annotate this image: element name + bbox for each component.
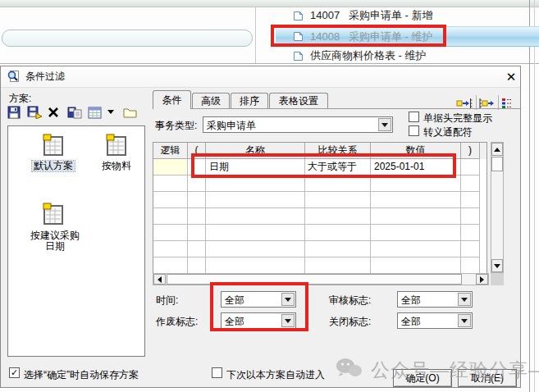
chevron-down-icon[interactable] [458,314,471,327]
menu-item-label: 14007 采购申请单 - 新增 [310,8,433,23]
menu-item-label: 供应商物料价格表 - 维护 [310,48,427,63]
autosave-checkbox[interactable]: ✓ [9,367,20,378]
menu-item-14007[interactable]: 14007 采购申请单 - 新增 [276,6,539,25]
menu-item-14008[interactable]: 14008 采购申请单 - 维护 [276,26,539,47]
cell-logic[interactable] [153,159,188,175]
time-filter-select[interactable]: 全部 [221,291,296,308]
scroll-thumb[interactable] [167,274,462,285]
dialog-titlebar [1,66,520,88]
divider [255,7,256,64]
chevron-down-icon[interactable] [458,293,471,306]
tab-condition[interactable]: 条件 [153,90,191,109]
void-flag-select[interactable]: 全部 [221,312,296,329]
background-address-input[interactable] [2,30,253,47]
screen: 14007 采购申请单 - 新增 14008 采购申请单 - 维护 供应商物料价… [0,0,539,392]
ok-button[interactable]: 确定(O) [393,369,452,387]
scheme-item-default[interactable]: 默认方案 [19,161,88,171]
tab-table-settings[interactable]: 表格设置 [269,93,328,108]
scheme-toolbar [1,105,148,120]
dialog-title: 条件过滤 [25,66,65,87]
close-flag-label: 关闭标志: [329,315,371,329]
import-scheme-icon[interactable] [67,105,85,120]
autoenter-checkbox[interactable] [212,367,222,378]
full-header-checkbox-label: 单据头完整显示 [423,112,492,125]
table-vertical-scrollbar[interactable] [491,142,504,273]
document-icon [293,51,304,62]
table-row-empty[interactable] [153,225,486,241]
col-logic: 逻辑 [153,143,188,159]
full-header-checkbox[interactable] [409,112,419,122]
scheme-list: 默认方案 按物料 按建议采购日期 [7,125,145,357]
folder-icon[interactable] [123,105,141,120]
audit-flag-select[interactable]: 全部 [397,291,473,308]
save-as-icon[interactable] [27,105,45,120]
col-relation: 比较关系 [305,143,371,159]
grid-view-icon[interactable] [88,105,106,120]
document-icon [293,11,304,21]
table-horizontal-scrollbar[interactable] [153,273,489,285]
scheme-sheet-icon[interactable] [104,133,129,161]
chevron-down-icon[interactable] [281,314,295,327]
scheme-label: 方案: [9,92,31,106]
table-row-empty[interactable] [153,192,486,208]
void-flag-label: 作废标志: [156,315,198,329]
audit-flag-label: 审核标志: [329,294,371,308]
time-filter-label: 时间: [156,294,178,308]
transaction-type-select[interactable]: 采购申请单 [203,116,393,133]
condition-filter-dialog: 条件过滤 ✕ 方案: [0,66,521,388]
cell-rparen[interactable] [461,159,480,175]
chevron-down-icon[interactable] [107,105,117,120]
col-lparen: ( [188,143,206,159]
chevron-down-icon[interactable] [281,293,295,306]
delete-icon[interactable] [48,105,66,120]
tab-sort[interactable]: 排序 [231,93,268,108]
table-row-empty[interactable] [153,208,486,225]
close-flag-select[interactable]: 全部 [397,312,473,329]
cell-lparen[interactable] [188,159,206,175]
autosave-checkbox-label: 选择“确定”时自动保存方案 [24,368,139,382]
menu-item-supplier-price[interactable]: 供应商物料价格表 - 维护 [276,46,539,66]
escape-wildcard-checkbox[interactable] [409,125,419,136]
document-icon [293,31,304,42]
tab-advanced[interactable]: 高级 [192,93,230,108]
scroll-right-icon[interactable] [476,274,488,285]
cell-name[interactable]: 日期 [206,159,305,175]
filter-magnifier-icon [7,70,20,86]
scroll-thumb[interactable] [491,157,503,171]
condition-row-date[interactable]: 日期 大于或等于 2025-01-01 [153,159,486,175]
scheme-item-by-suggested-date[interactable]: 按建议采购日期 [28,230,82,252]
cell-relation[interactable]: 大于或等于 [305,159,371,175]
cell-value[interactable]: 2025-01-01 [371,159,461,175]
table-header-row: 逻辑 ( 名称 比较关系 数值 ) [153,143,486,159]
autoenter-checkbox-label: 下次以本方案自动进入 [226,368,325,382]
scroll-up-icon[interactable] [491,143,503,156]
menu-item-label: 14008 采购申请单 - 维护 [310,30,433,44]
condition-table: 逻辑 ( 名称 比较关系 数值 ) 日期 大于或等于 2025-01-01 [153,142,487,274]
transaction-type-value: 采购申请单 [207,119,256,133]
col-filler [480,143,486,159]
chevron-down-icon[interactable] [378,118,391,131]
scheme-sheet-icon[interactable] [41,202,66,230]
scrollbar-corner [491,273,504,285]
col-value: 数值 [371,143,461,159]
scheme-item-by-material[interactable]: 按物料 [82,161,151,171]
col-name: 名称 [206,143,305,159]
close-icon[interactable]: ✕ [503,69,519,85]
transaction-type-label: 事务类型: [155,119,197,133]
divider [153,108,520,109]
scroll-down-icon[interactable] [491,259,503,272]
scheme-sheet-icon[interactable] [41,133,66,161]
escape-wildcard-checkbox-label: 转义通配符 [423,125,473,139]
table-row-empty[interactable] [153,241,486,258]
scroll-left-icon[interactable] [153,274,166,285]
col-rparen: ) [461,143,480,159]
table-row-empty[interactable] [153,258,486,274]
save-icon[interactable] [7,105,25,120]
cancel-button[interactable]: 取消(E) [458,369,517,387]
table-row-empty[interactable] [153,175,486,192]
